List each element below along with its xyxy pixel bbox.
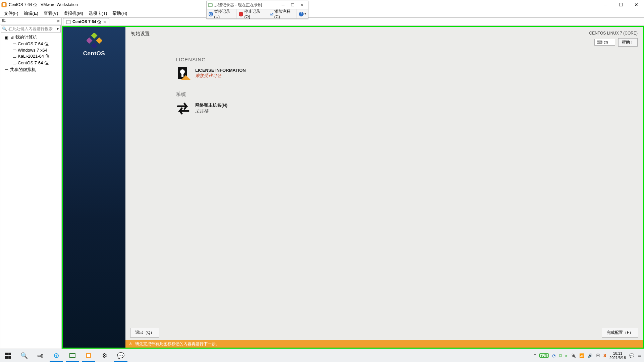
tab-label: CentOS 7 64 位	[72, 19, 101, 25]
warning-icon: ⚠	[129, 342, 132, 346]
section-system: 系统	[176, 91, 643, 98]
pause-record-button[interactable]: II 暂停记录(U)	[207, 9, 237, 18]
titlebar: CentOS 7 64 位 - VMware Workstation ─ ☐ ✕	[0, 0, 644, 9]
centos-brand-text: CentOS	[83, 50, 105, 57]
section-licensing: LICENSING	[176, 57, 643, 62]
network-icon	[176, 102, 191, 115]
spoke-license[interactable]: ! LICENSE INFORMATION 未接受许可证	[176, 66, 643, 80]
taskbar-app-recorder[interactable]	[64, 349, 80, 362]
tray-clock-icon[interactable]: ◔	[552, 353, 555, 358]
finish-config-button[interactable]: 完成配置（F）	[602, 328, 638, 338]
vm-icon: ▭	[12, 48, 16, 53]
menubar: 文件(F) 编辑(E) 查看(V) 虚拟机(M) 选项卡(T) 帮助(H)	[0, 9, 644, 17]
pause-icon: II	[209, 12, 213, 16]
svg-rect-2	[208, 4, 212, 6]
svg-rect-3	[66, 20, 70, 24]
stop-record-button[interactable]: 停止记录(O)	[237, 9, 267, 18]
tray-volume-icon[interactable]: 🔊	[588, 353, 593, 358]
keyboard-layout-selector[interactable]: ⌨ cn	[594, 39, 615, 46]
close-button[interactable]: ✕	[629, 0, 644, 9]
vm-display[interactable]: CentOS 初始设置 CENTOS LINUX 7 (CORE) ⌨ cn 帮…	[62, 26, 644, 349]
menu-file[interactable]: 文件(F)	[1, 10, 21, 17]
notifications-button[interactable]: 💬	[629, 353, 634, 358]
maximize-button[interactable]: ☐	[613, 0, 629, 9]
license-status: 未接受许可证	[195, 73, 246, 79]
recorder-icon	[208, 3, 213, 7]
recorder-app-icon	[69, 353, 75, 359]
task-view-button[interactable]: ▭▯	[32, 349, 48, 362]
tab-close-button[interactable]: ✕	[103, 20, 106, 24]
quit-button[interactable]: 退出（Q）	[130, 328, 159, 338]
menu-edit[interactable]: 编辑(E)	[21, 10, 41, 17]
svg-rect-17	[70, 354, 75, 358]
taskbar-clock[interactable]: 18:11 2021/6/18	[609, 351, 626, 359]
tree-vm-item[interactable]: ▭KaLi-2021-64 位	[0, 53, 61, 60]
menu-view[interactable]: 查看(V)	[41, 10, 61, 17]
menu-tabs[interactable]: 选项卡(T)	[86, 10, 110, 17]
license-info-label: LICENSE INFORMATION	[195, 68, 246, 73]
edge-icon: e	[54, 353, 59, 358]
recorder-help-button[interactable]: ? ▾	[297, 9, 308, 18]
tray-power-icon[interactable]: 🔌	[571, 353, 576, 358]
library-close-button[interactable]: ✕	[57, 19, 60, 23]
taskbar-app-wechat[interactable]: 💬	[113, 349, 129, 362]
tree-vm-item[interactable]: ▭Windows 7 x64	[0, 47, 61, 53]
svg-rect-15	[5, 356, 8, 359]
help-button[interactable]: 帮助！	[618, 38, 638, 47]
battery-indicator[interactable]: 95%	[539, 353, 549, 358]
shared-icon: ▭	[4, 67, 8, 72]
svg-rect-5	[96, 38, 102, 44]
vm-icon: ▭	[12, 54, 16, 59]
wechat-icon: 💬	[117, 352, 124, 359]
comment-icon: 🖂	[269, 12, 273, 16]
menu-vm[interactable]: 虚拟机(M)	[61, 10, 86, 17]
svg-rect-7	[91, 42, 97, 48]
network-status: 未连接	[195, 108, 227, 114]
tray-sogou-icon[interactable]: S	[603, 353, 606, 358]
tray-wifi-icon[interactable]: 📶	[579, 353, 584, 358]
recorder-minimize[interactable]: ─	[278, 3, 288, 7]
tray-weather-icon[interactable]: ❂	[559, 353, 562, 358]
gear-icon: ⚙	[102, 352, 107, 359]
library-search[interactable]: 🔍 在此处键入内容进行搜索 ▾	[1, 25, 61, 33]
warning-bar: ⚠ 请先完成带有此图标标记的内容再进行下一步。	[125, 340, 643, 348]
vm-content: 初始设置 CENTOS LINUX 7 (CORE) ⌨ cn 帮助！	[125, 27, 643, 348]
computer-icon: 🖥	[10, 35, 14, 40]
menu-help[interactable]: 帮助(H)	[110, 10, 130, 17]
window-title: CentOS 7 64 位 - VMware Workstation	[9, 2, 78, 8]
taskbar-app-edge[interactable]: e	[48, 349, 64, 362]
search-placeholder: 在此处键入内容进行搜索	[8, 26, 55, 32]
add-comment-button[interactable]: 🖂 添加注释(C)	[267, 9, 297, 18]
tray-chevron[interactable]: ˄	[534, 353, 536, 358]
initial-setup-title: 初始设置	[131, 31, 150, 37]
tree-vm-item[interactable]: ▭CentOS 7 64 位	[0, 41, 61, 47]
svg-rect-19	[87, 354, 90, 357]
tray-play-icon[interactable]: ▸	[566, 353, 568, 358]
steps-recorder-window[interactable]: 步骤记录器 - 现在正在录制 ─ ☐ ✕ II 暂停记录(U) 停止记录(O) …	[206, 1, 308, 19]
windows-taskbar: 🔍 ▭▯ e ⚙ 💬 ˄ 95% ◔ ❂ ▸ 🔌 📶 🔊 ㊥ S 18:11 2…	[0, 349, 644, 362]
tree-vm-item[interactable]: ▭CentOS 7 64 位	[0, 60, 61, 66]
recorder-maximize[interactable]: ☐	[288, 3, 297, 7]
svg-rect-1	[3, 3, 5, 6]
tree-root-mycomputer[interactable]: ▣ 🖥 我的计算机	[0, 34, 61, 41]
vm-tab[interactable]: CentOS 7 64 位 ✕	[63, 18, 109, 25]
tray-ime-icon[interactable]: ㊥	[596, 353, 600, 358]
recorder-close[interactable]: ✕	[297, 3, 307, 7]
spoke-network[interactable]: 网络和主机名(N) 未连接	[176, 102, 643, 115]
tree-shared-vms[interactable]: ▭共享的虚拟机	[0, 66, 61, 73]
action-center-button[interactable]: ▭	[638, 353, 641, 358]
svg-rect-14	[8, 353, 11, 355]
recorder-title-text: 步骤记录器 - 现在正在录制	[214, 2, 262, 8]
taskbar-app-settings[interactable]: ⚙	[97, 349, 113, 362]
library-pane: 库 ✕ 🔍 在此处键入内容进行搜索 ▾ ▣ 🖥 我的计算机 ▭CentOS 7 …	[0, 17, 62, 349]
vmware-icon	[1, 2, 7, 7]
taskbar-app-vmware[interactable]	[80, 349, 97, 362]
keyboard-icon: ⌨	[597, 40, 602, 45]
recorder-titlebar[interactable]: 步骤记录器 - 现在正在录制 ─ ☐ ✕	[207, 1, 308, 9]
search-dropdown[interactable]: ▾	[55, 26, 60, 31]
taskbar-search[interactable]: 🔍	[16, 349, 32, 362]
start-button[interactable]	[0, 349, 16, 362]
minimize-button[interactable]: ─	[598, 0, 613, 9]
vm-icon: ▭	[12, 61, 16, 66]
svg-rect-13	[5, 353, 8, 355]
